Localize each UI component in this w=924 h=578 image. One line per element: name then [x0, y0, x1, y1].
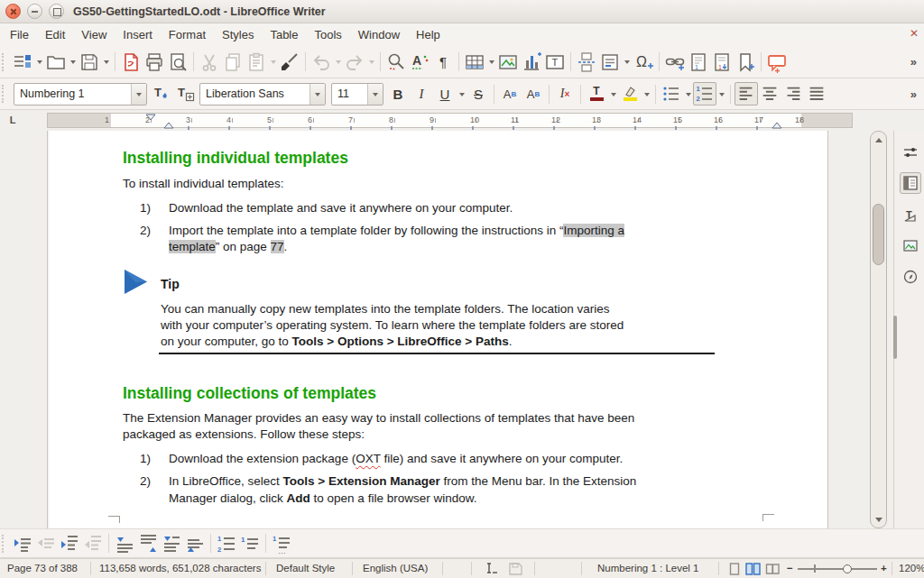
cross-reference-field[interactable]: template: [169, 240, 216, 253]
insert-footnote-button[interactable]: 1: [687, 50, 710, 74]
font-size-combo[interactable]: 11: [331, 83, 383, 106]
save-button[interactable]: [78, 50, 101, 74]
spelling-button[interactable]: A: [408, 50, 431, 74]
zoom-in-button[interactable]: +: [881, 563, 887, 573]
zoom-level-status[interactable]: 120%: [899, 563, 924, 573]
move-down-button[interactable]: [113, 532, 136, 555]
insert-field-button[interactable]: [598, 50, 622, 74]
vertical-scrollbar[interactable]: [870, 131, 887, 528]
tip-text-line[interactable]: You can manually copy new templates into…: [161, 302, 610, 316]
insert-image-button[interactable]: [496, 50, 520, 74]
toolbar-grip[interactable]: [2, 535, 8, 553]
language-status[interactable]: English (USA): [363, 563, 428, 573]
insert-bookmark-button[interactable]: [734, 50, 757, 74]
sidebar-settings-icon[interactable]: [900, 142, 921, 163]
word-count-status[interactable]: 113,658 words, 651,028 characters: [99, 563, 261, 573]
font-size-dropdown[interactable]: [367, 84, 383, 105]
scroll-down-icon[interactable]: [871, 512, 886, 527]
zoom-out-button[interactable]: −: [787, 563, 793, 573]
insert-table-dropdown[interactable]: [486, 50, 496, 74]
insert-hyperlink-button[interactable]: [663, 50, 687, 74]
sidebar-tab-styles[interactable]: T: [900, 205, 921, 226]
align-left-button[interactable]: [735, 82, 758, 106]
subscript-button[interactable]: AB: [522, 82, 545, 106]
doc-paragraph[interactable]: The Extension Manager provides an easy w…: [123, 411, 634, 425]
page-style-status[interactable]: Default Style: [276, 563, 335, 573]
insert-field-dropdown[interactable]: [622, 50, 632, 74]
paragraph-style-combo[interactable]: Numbering 1: [14, 83, 147, 106]
export-pdf-button[interactable]: [119, 50, 143, 74]
page-number-field[interactable]: 77: [271, 240, 284, 253]
find-replace-button[interactable]: [384, 50, 408, 74]
italic-button[interactable]: I: [410, 82, 433, 106]
justify-button[interactable]: [805, 82, 828, 106]
font-color-button[interactable]: T: [585, 82, 608, 106]
menu-item-view[interactable]: View: [73, 24, 115, 45]
multi-page-view-icon[interactable]: [745, 563, 761, 575]
sidebar-tab-navigator[interactable]: [900, 266, 921, 288]
restart-numbering-button[interactable]: 1: [238, 532, 262, 555]
unordered-list-dropdown[interactable]: [683, 82, 693, 106]
doc-paragraph[interactable]: packaged as extensions. Follow these ste…: [123, 427, 365, 441]
doc-heading-1[interactable]: Installing individual templates: [123, 149, 348, 168]
clone-formatting-button[interactable]: [278, 50, 301, 74]
font-name-combo[interactable]: Liberation Sans: [199, 83, 326, 106]
menu-item-styles[interactable]: Styles: [214, 24, 262, 45]
doc-heading-2[interactable]: Installing collections of templates: [123, 384, 376, 403]
menu-item-table[interactable]: Table: [262, 24, 306, 45]
doc-paragraph[interactable]: To install individual templates:: [123, 177, 284, 190]
list-item-text[interactable]: template” on page 77.: [169, 240, 287, 253]
demote-outline-button[interactable]: [11, 532, 34, 555]
new-style-button[interactable]: T: [173, 82, 197, 106]
strikethrough-button[interactable]: S: [467, 82, 490, 106]
menu-item-file[interactable]: File: [2, 24, 37, 45]
toolbar-overflow-button[interactable]: »: [908, 87, 919, 101]
unordered-list-button[interactable]: [660, 82, 683, 106]
move-up-with-subpoints-button[interactable]: [183, 532, 207, 555]
document-modified-icon[interactable]: [509, 563, 522, 575]
window-maximize-button[interactable]: [49, 4, 64, 19]
selection-mode-icon[interactable]: [484, 563, 500, 575]
book-view-icon[interactable]: [765, 563, 781, 575]
underline-button[interactable]: U: [433, 82, 457, 106]
sidebar-tab-properties[interactable]: [900, 172, 921, 194]
new-document-dropdown[interactable]: [34, 50, 44, 74]
close-document-icon[interactable]: ✕: [910, 27, 919, 40]
open-dropdown[interactable]: [68, 50, 78, 74]
ordered-list-dropdown[interactable]: [716, 82, 726, 106]
menu-item-help[interactable]: Help: [408, 24, 448, 45]
font-color-dropdown[interactable]: [608, 82, 618, 106]
list-item-text[interactable]: Download the extension package (OXT file…: [169, 452, 623, 465]
right-indent-marker[interactable]: [772, 122, 782, 129]
list-item-text[interactable]: Manager dialog, click Add to open a file…: [169, 491, 476, 505]
tip-text-line[interactable]: on your computer, go to Tools > Options …: [161, 335, 513, 348]
toolbar-grip[interactable]: [2, 85, 8, 103]
bold-button[interactable]: B: [386, 82, 410, 106]
open-button[interactable]: [44, 50, 68, 74]
print-button[interactable]: [143, 50, 166, 74]
demote-with-subpoints-button[interactable]: [58, 532, 81, 555]
page-count-status[interactable]: Page 73 of 388: [7, 563, 78, 573]
list-item-text[interactable]: Download the template and save it anywhe…: [169, 201, 513, 215]
insert-endnote-button[interactable]: 1: [710, 50, 734, 74]
sidebar-tab-gallery[interactable]: [900, 235, 921, 257]
formatting-marks-button[interactable]: ¶: [431, 50, 455, 74]
sidebar-hide-grip[interactable]: [893, 316, 897, 359]
single-page-view-icon[interactable]: [729, 563, 740, 575]
menu-item-format[interactable]: Format: [161, 24, 214, 45]
toolbar-overflow-button[interactable]: »: [908, 55, 919, 69]
horizontal-ruler[interactable]: L 123456789101112131415161718: [0, 110, 893, 131]
align-center-button[interactable]: [758, 82, 781, 106]
insert-table-button[interactable]: [463, 50, 486, 74]
update-style-button[interactable]: T: [150, 82, 173, 106]
insert-chart-button[interactable]: [520, 50, 543, 74]
insert-page-break-button[interactable]: [575, 50, 598, 74]
superscript-button[interactable]: AB: [498, 82, 522, 106]
save-dropdown[interactable]: [101, 50, 111, 74]
move-down-with-subpoints-button[interactable]: [160, 532, 183, 555]
insert-text-box-button[interactable]: T: [543, 50, 567, 74]
highlight-color-dropdown[interactable]: [642, 82, 651, 106]
highlight-color-button[interactable]: [618, 82, 642, 106]
left-indent-marker[interactable]: [163, 122, 174, 129]
align-right-button[interactable]: [781, 82, 805, 106]
